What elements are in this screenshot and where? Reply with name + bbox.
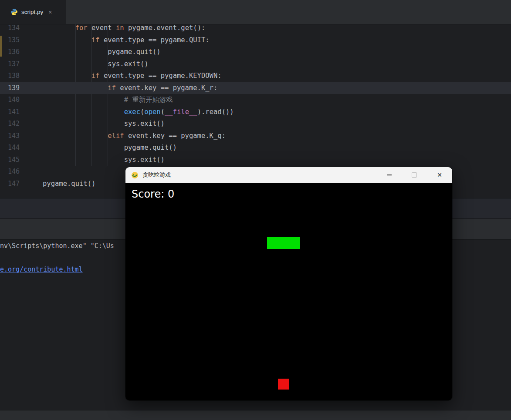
game-canvas[interactable]: Score: 0 bbox=[125, 183, 452, 400]
pygame-window[interactable]: 贪吃蛇游戏 ✕ Score: 0 bbox=[125, 167, 452, 400]
maximize-icon bbox=[412, 172, 417, 178]
line-number[interactable]: 142 bbox=[0, 118, 41, 130]
line-number[interactable]: 136 bbox=[0, 46, 41, 58]
tab-close-icon[interactable]: × bbox=[48, 9, 52, 16]
tab-script-py[interactable]: script.py × bbox=[0, 0, 66, 24]
line-number[interactable]: 144 bbox=[0, 142, 41, 154]
line-number[interactable]: 138 bbox=[0, 70, 41, 82]
code-line[interactable]: 143 elif event.key == pygame.K_q: bbox=[0, 130, 511, 142]
code-line[interactable]: 142 sys.exit() bbox=[0, 118, 511, 130]
line-number[interactable]: 145 bbox=[0, 154, 41, 166]
code-line[interactable]: 144 pygame.quit() bbox=[0, 142, 511, 154]
code-text: sys.exit() bbox=[41, 154, 165, 166]
pygame-window-title: 贪吃蛇游戏 bbox=[142, 171, 171, 179]
code-text: if event.key == pygame.K_r: bbox=[41, 82, 217, 94]
line-number[interactable]: 139 bbox=[0, 82, 41, 94]
minimize-button[interactable] bbox=[376, 167, 402, 183]
line-number[interactable]: 146 bbox=[0, 166, 41, 178]
code-text: if event.type == pygame.KEYDOWN: bbox=[41, 70, 222, 82]
food-rect bbox=[278, 379, 289, 390]
line-number[interactable]: 147 bbox=[0, 178, 41, 190]
code-line[interactable]: 139 if event.key == pygame.K_r: bbox=[0, 82, 511, 94]
code-text: exec(open(__file__).read()) bbox=[41, 106, 234, 118]
code-line[interactable]: 138 if event.type == pygame.KEYDOWN: bbox=[0, 70, 511, 82]
tab-title: script.py bbox=[21, 9, 43, 15]
vcs-change-marker bbox=[0, 36, 2, 57]
code-line[interactable]: 141 exec(open(__file__).read()) bbox=[0, 106, 511, 118]
code-text bbox=[41, 166, 43, 178]
code-text: pygame.quit() bbox=[41, 142, 177, 154]
code-text: sys.exit() bbox=[41, 58, 149, 71]
console-link[interactable]: e.org/contribute.html bbox=[0, 265, 83, 273]
code-text: pygame.quit() bbox=[41, 46, 161, 58]
status-bar bbox=[0, 410, 511, 420]
line-number[interactable]: 141 bbox=[0, 106, 41, 118]
code-editor[interactable]: 134 for event in pygame.event.get():135 … bbox=[0, 22, 511, 190]
close-icon: ✕ bbox=[437, 171, 442, 178]
code-text: pygame.quit() bbox=[41, 178, 95, 190]
code-line[interactable]: 136 pygame.quit() bbox=[0, 46, 511, 58]
code-text: # 重新开始游戏 bbox=[41, 94, 173, 106]
line-number[interactable]: 135 bbox=[0, 34, 41, 47]
code-text: elif event.key == pygame.K_q: bbox=[41, 130, 226, 142]
code-line[interactable]: 145 sys.exit() bbox=[0, 154, 511, 166]
python-icon bbox=[10, 8, 18, 16]
code-line[interactable]: 137 sys.exit() bbox=[0, 58, 511, 71]
line-number[interactable]: 143 bbox=[0, 130, 41, 142]
code-text: if event.type == pygame.QUIT: bbox=[41, 34, 210, 47]
editor-lines: 134 for event in pygame.event.get():135 … bbox=[0, 22, 511, 190]
close-button[interactable]: ✕ bbox=[427, 167, 452, 183]
pygame-icon bbox=[131, 171, 139, 179]
maximize-button[interactable] bbox=[402, 167, 427, 183]
snake-rect bbox=[267, 237, 300, 249]
score-text: Score: 0 bbox=[132, 188, 174, 200]
code-text: sys.exit() bbox=[41, 118, 165, 130]
pygame-window-titlebar[interactable]: 贪吃蛇游戏 ✕ bbox=[125, 167, 452, 183]
minimize-icon bbox=[387, 175, 392, 175]
line-number[interactable]: 140 bbox=[0, 94, 41, 106]
code-line[interactable]: 140 # 重新开始游戏 bbox=[0, 94, 511, 106]
line-number[interactable]: 137 bbox=[0, 58, 41, 71]
code-line[interactable]: 135 if event.type == pygame.QUIT: bbox=[0, 34, 511, 47]
editor-tab-bar: script.py × bbox=[0, 0, 511, 24]
window-controls: ✕ bbox=[376, 167, 452, 183]
console-output-line: nv\Scripts\python.exe" "C:\Us bbox=[0, 242, 114, 250]
